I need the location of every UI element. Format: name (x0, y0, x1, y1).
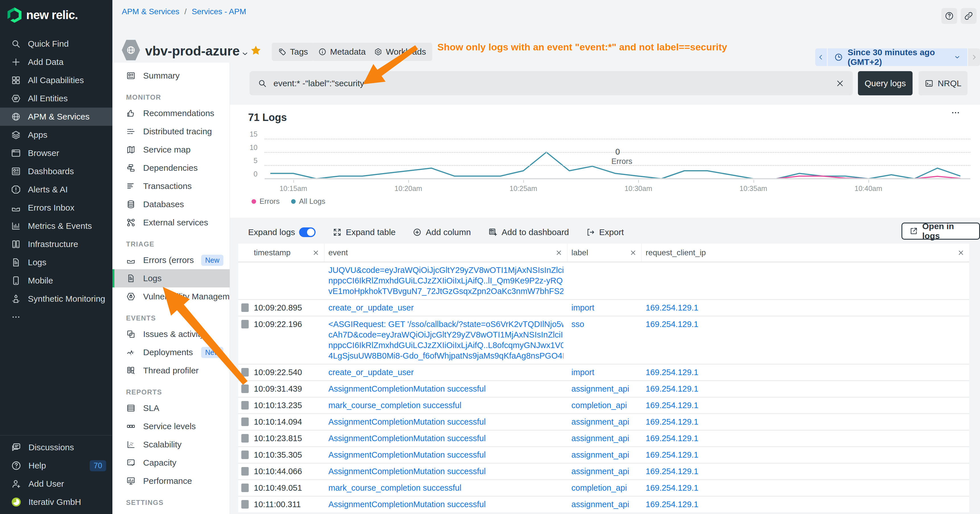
client-ip-link[interactable]: 169.254.129.1 (646, 401, 698, 410)
add-to-dashboard-button[interactable]: Add to dashboard (488, 228, 569, 237)
label-link[interactable]: assignment_api (571, 500, 629, 509)
event-link-line[interactable]: mark_course_completion successful (328, 483, 563, 493)
table-row[interactable]: 10:10:49.051mark_course_completion succe… (238, 479, 969, 496)
event-cell[interactable]: AssignmentCompletionMutation successful (325, 466, 567, 477)
table-row[interactable]: JUQVU&code=eyJraWQiOiJjcGltY29yZV8wOTI1M… (238, 263, 969, 299)
search-input[interactable]: event:* -"label":"security" (250, 71, 853, 95)
client-ip-link[interactable]: 169.254.129.1 (646, 303, 698, 312)
table-row[interactable]: 10:10:13.235mark_course_completion succe… (238, 397, 969, 413)
table-row[interactable]: 10:11:00.311AssignmentCompletionMutation… (238, 496, 969, 512)
sidebar-item-errors-inbox[interactable]: Errors Inbox (0, 199, 112, 217)
sidebar-item-logs[interactable]: Logs (0, 253, 112, 272)
time-picker-dropdown[interactable]: Since 30 minutes ago (GMT+2) (828, 48, 967, 66)
label-link[interactable]: import (571, 303, 595, 312)
clear-search-icon[interactable] (835, 78, 845, 88)
entity-nav-item-vulnerability-management[interactable]: Vulnerability Management (112, 288, 230, 306)
sidebar-item-help[interactable]: Help70 (0, 457, 112, 475)
event-cell[interactable]: mark_course_completion successful (325, 483, 567, 493)
sidebar-item-iterativ-gmbh[interactable]: Iterativ GmbH (0, 493, 112, 511)
chart-menu-icon[interactable] (950, 108, 961, 118)
table-row[interactable]: 10:10:35.305AssignmentCompletionMutation… (238, 446, 969, 463)
event-link-line[interactable]: nppcCI6IkRlZmxhdGUiLCJzZXIiOiIxLjAifQ..l… (328, 275, 563, 286)
sidebar-item-infrastructure[interactable]: Infrastructure (0, 235, 112, 253)
entity-nav-item-dependencies[interactable]: Dependencies (112, 159, 230, 177)
client-ip-link[interactable]: 169.254.129.1 (646, 467, 698, 476)
entity-nav-item-service-map[interactable]: Service map (112, 141, 230, 159)
breadcrumb-apm-services[interactable]: APM & Services (122, 7, 179, 16)
event-link-line[interactable]: AssignmentCompletionMutation successful (328, 466, 563, 477)
sidebar-item-dashboards[interactable]: Dashboards (0, 162, 112, 180)
event-cell[interactable]: AssignmentCompletionMutation successful (325, 499, 567, 510)
entity-nav-item-recommendations[interactable]: Recommendations (112, 104, 230, 123)
sidebar-item-add-user[interactable]: Add User (0, 475, 112, 493)
expand-table-button[interactable]: Expand table (332, 228, 396, 237)
sidebar-item-apm-services[interactable]: APM & Services (0, 108, 112, 126)
time-picker-forward-button[interactable] (968, 48, 980, 66)
event-link-line[interactable]: <ASGIRequest: GET '/sso/callback/?state=… (328, 319, 563, 329)
entity-nav-item-logs[interactable]: Logs (112, 269, 230, 288)
tags-button[interactable]: Tags (272, 43, 314, 61)
query-logs-button[interactable]: Query logs (858, 71, 913, 95)
event-cell[interactable]: <ASGIRequest: GET '/sso/callback/?state=… (325, 319, 567, 361)
label-link[interactable]: completion_api (571, 401, 627, 410)
sidebar-item-metrics-events[interactable]: Metrics & Events (0, 217, 112, 235)
event-link-line[interactable]: vE1moHpkhokTVBvguN7_72JtGzGsqxZpn2OaKc3n… (328, 286, 563, 296)
entity-nav-item-summary[interactable]: Summary (112, 67, 230, 85)
event-link-line[interactable]: AssignmentCompletionMutation successful (328, 499, 563, 510)
client-ip-link[interactable]: 169.254.129.1 (646, 483, 698, 492)
column-header-event[interactable]: event (325, 243, 567, 261)
expand-logs-toggle[interactable]: Expand logs (248, 228, 315, 237)
new-relic-logo[interactable]: new relic. (0, 0, 112, 23)
event-link-line[interactable]: mark_course_completion successful (328, 400, 563, 411)
entity-nav-item-issues-activity[interactable]: Issues & activity (112, 325, 230, 343)
legend-item-all-logs[interactable]: All Logs (291, 197, 326, 206)
client-ip-link[interactable]: 169.254.129.1 (646, 434, 698, 443)
remove-column-icon[interactable] (630, 249, 637, 256)
export-button[interactable]: Export (586, 228, 624, 237)
entity-nav-item-service-levels[interactable]: Service levels (112, 417, 230, 436)
entity-nav-item-deployments[interactable]: DeploymentsNew (112, 343, 230, 361)
remove-column-icon[interactable] (555, 249, 563, 256)
remove-column-icon[interactable] (957, 249, 965, 256)
entity-nav-item-capacity[interactable]: Capacity (112, 454, 230, 472)
client-ip-link[interactable]: 169.254.129.1 (646, 450, 698, 459)
sidebar-item-more[interactable] (0, 308, 112, 326)
toggle-on-icon[interactable] (299, 228, 315, 237)
entity-nav-item-scalability[interactable]: Scalability (112, 436, 230, 454)
client-ip-link[interactable]: 169.254.129.1 (646, 384, 698, 393)
label-link[interactable]: sso (571, 320, 584, 329)
column-header-timestamp[interactable]: timestamp (238, 243, 325, 261)
event-link-line[interactable]: AssignmentCompletionMutation successful (328, 433, 563, 444)
event-cell[interactable]: AssignmentCompletionMutation successful (325, 417, 567, 427)
column-header-request-client-ip[interactable]: request_client_ip (642, 243, 969, 261)
event-cell[interactable]: AssignmentCompletionMutation successful (325, 433, 567, 444)
event-link-line[interactable]: AssignmentCompletionMutation successful (328, 384, 563, 394)
event-link-line[interactable]: AssignmentCompletionMutation successful (328, 417, 563, 427)
entity-nav-item-distributed-tracing[interactable]: Distributed tracing (112, 123, 230, 141)
event-cell[interactable]: mark_course_completion successful (325, 400, 567, 411)
entity-nav-item-sla[interactable]: SLA (112, 399, 230, 417)
entity-nav-item-transactions[interactable]: Transactions (112, 177, 230, 195)
sidebar-item-synthetic-monitoring[interactable]: Synthetic Monitoring (0, 290, 112, 308)
entity-nav-item-databases[interactable]: Databases (112, 195, 230, 213)
event-link-line[interactable]: JUQVU&code=eyJraWQiOiJjcGltY29yZV8wOTI1M… (328, 265, 563, 275)
event-cell[interactable]: create_or_update_user (325, 367, 567, 378)
table-row[interactable]: 10:09:22.540create_or_update_userimport1… (238, 364, 969, 380)
event-cell[interactable]: AssignmentCompletionMutation successful (325, 384, 567, 394)
event-link-line[interactable]: nppcCI6IkRlZmxhdGUiLCJzZXIiOiIxLjAifQ..L… (328, 340, 563, 351)
label-link[interactable]: assignment_api (571, 450, 629, 459)
label-link[interactable]: assignment_api (571, 434, 629, 443)
entity-nav-item-thread-profiler[interactable]: Thread profiler (112, 361, 230, 380)
entity-switcher-chevron-icon[interactable] (241, 49, 249, 58)
favorite-star-icon[interactable] (250, 45, 262, 56)
table-row[interactable]: 10:09:31.439AssignmentCompletionMutation… (238, 380, 969, 397)
event-cell[interactable]: JUQVU&code=eyJraWQiOiJjcGltY29yZV8wOTI1M… (325, 265, 567, 296)
sidebar-item-browser[interactable]: Browser (0, 144, 112, 162)
label-link[interactable]: assignment_api (571, 467, 629, 476)
remove-column-icon[interactable] (312, 249, 320, 256)
metadata-button[interactable]: Metadata (312, 43, 372, 61)
event-cell[interactable]: AssignmentCompletionMutation successful (325, 450, 567, 460)
sidebar-item-quick-find[interactable]: Quick Find (0, 35, 112, 53)
permalink-button[interactable] (961, 8, 977, 24)
event-cell[interactable]: create_or_update_user (325, 302, 567, 313)
